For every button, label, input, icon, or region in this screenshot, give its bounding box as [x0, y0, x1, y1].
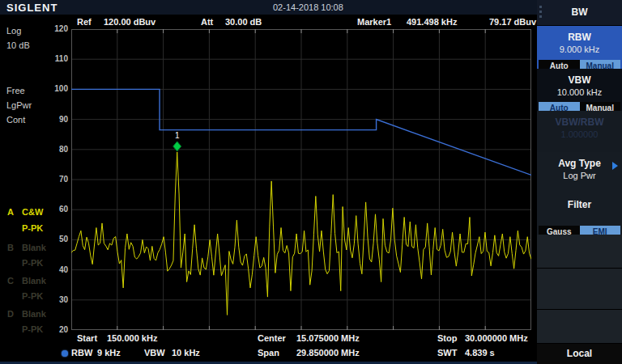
sweep-cont-label: Cont [6, 115, 25, 125]
y-tick-20: 20 [45, 325, 68, 334]
att-value: 30.00 dB [225, 17, 262, 27]
trace-b-letter: B [7, 243, 14, 252]
softkey-filter[interactable]: Filter Gauss EMI [537, 193, 622, 239]
softkey-rbw[interactable]: RBW 9.000 kHz Auto Manual [537, 26, 622, 74]
center-freq-value: 15.075000 MHz [296, 333, 360, 343]
scale-per-div-label: 10 dB [6, 40, 30, 50]
amplitude-scale-label: Log [6, 26, 21, 36]
y-tick-60: 60 [45, 205, 68, 214]
y-tick-50: 50 [45, 235, 68, 243]
softkey-empty-2 [537, 269, 622, 309]
trace-c-detector: P-PK [22, 291, 43, 301]
span-label: Span [258, 348, 279, 358]
stop-freq-label: Stop [437, 333, 457, 343]
avg-type-title: Avg Type [537, 158, 622, 169]
marker-readout-label: Marker1 [357, 17, 391, 27]
swt-label: SWT [437, 348, 457, 358]
y-axis-labels: 1201101009080706050403020 [45, 0, 70, 364]
rbw-status-value: 9 kHz [97, 348, 121, 358]
y-tick-30: 30 [45, 295, 68, 304]
vbw-value: 10.000 kHz [537, 87, 622, 97]
trigger-free-label: Free [6, 86, 25, 95]
stop-freq-value: 30.000000 MHz [465, 333, 528, 343]
center-freq-label: Center [258, 333, 286, 343]
vbw-title: VBW [537, 74, 622, 86]
filter-title: Filter [537, 199, 622, 210]
ref-value: 120.00 dBuv [104, 17, 156, 27]
submenu-arrow-icon [612, 162, 618, 170]
trace-a-letter: A [7, 207, 14, 217]
local-button[interactable]: Local [537, 344, 622, 364]
rbw-value: 9.000 kHz [537, 44, 622, 54]
trace-c-letter: C [7, 276, 14, 286]
vbw-rbw-title: VBW/RBW [537, 116, 622, 128]
marker-1-label: 1 [175, 131, 180, 140]
datetime-display: 02-14-2018 10:08 [273, 2, 343, 12]
menu-grip-icon [539, 6, 542, 18]
spectrum-plot-svg: 1 [71, 29, 531, 330]
vbw-status-value: 10 kHz [172, 348, 200, 358]
vbw-status-label: VBW [144, 348, 165, 358]
trace-d-detector: P-PK [22, 324, 43, 334]
trace-d-mode: Blank [22, 309, 46, 319]
rbw-title: RBW [537, 32, 622, 43]
y-tick-40: 40 [45, 265, 68, 274]
y-tick-100: 100 [45, 84, 68, 93]
softkey-vbw[interactable]: VBW 10.000 kHz Auto Manual [537, 69, 622, 116]
ref-label: Ref [77, 17, 92, 27]
softkey-empty-1 [537, 235, 622, 268]
softkey-avg-type[interactable]: Avg Type Log Pwr [537, 152, 622, 198]
local-button-label: Local [537, 348, 622, 359]
menu-title: BW [537, 6, 622, 18]
rbw-status-label: RBW [71, 348, 92, 358]
y-tick-80: 80 [45, 145, 68, 154]
softkey-vbw-rbw-disabled: VBW/RBW 1.000000 [537, 111, 622, 157]
y-tick-70: 70 [45, 175, 68, 184]
menu-header-bw: BW [537, 0, 622, 25]
y-tick-90: 90 [45, 115, 68, 124]
y-tick-110: 110 [45, 54, 68, 63]
start-freq-label: Start [77, 333, 97, 343]
trace-a-mode: C&W [22, 207, 43, 217]
y-tick-120: 120 [45, 24, 68, 33]
trace-c-mode: Blank [22, 276, 46, 286]
title-bar: SIGLENT 02-14-2018 10:08 [0, 0, 537, 15]
rbw-coupled-indicator-icon [62, 350, 68, 357]
trace-b-detector: P-PK [22, 258, 43, 268]
span-value: 29.850000 MHz [296, 348, 360, 358]
trace-a-detector: P-PK [22, 223, 43, 233]
vbw-rbw-value: 1.000000 [537, 129, 622, 139]
start-freq-value: 150.000 kHz [107, 333, 157, 343]
soft-menu-panel: BW RBW 9.000 kHz Auto Manual VBW 10.000 … [537, 0, 622, 364]
spectrum-plot: 1 [71, 29, 531, 330]
att-label: Att [201, 17, 213, 27]
marker-readout-level: 79.17 dBuv [489, 17, 536, 27]
marker-readout-freq: 491.498 kHz [407, 17, 457, 27]
trace-b-mode: Blank [22, 243, 46, 252]
spectrum-analyzer-screen: SIGLENT 02-14-2018 10:08 Ref 120.00 dBuv… [0, 0, 622, 364]
trace-d-letter: D [7, 309, 14, 319]
softkey-empty-3 [537, 310, 622, 343]
avg-type-value: Log Pwr [537, 171, 622, 180]
avg-lgpwr-label: LgPwr [6, 100, 32, 110]
swt-value: 4.839 s [465, 348, 495, 358]
